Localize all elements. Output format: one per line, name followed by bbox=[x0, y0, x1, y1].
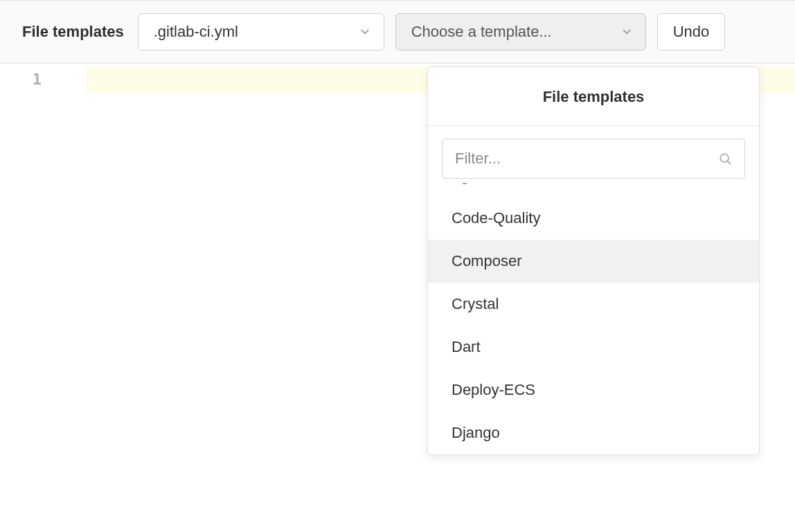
template-item[interactable]: Django bbox=[428, 411, 759, 454]
template-item[interactable]: Dart bbox=[428, 326, 759, 369]
search-icon bbox=[718, 152, 732, 166]
template-item[interactable]: Deploy-ECS bbox=[428, 369, 759, 411]
file-templates-label: File templates bbox=[22, 23, 124, 41]
template-dropdown-value: Choose a template... bbox=[411, 23, 552, 41]
undo-button-label: Undo bbox=[673, 23, 710, 41]
chevron-down-icon bbox=[620, 26, 633, 38]
file-templates-toolbar: File templates .gitlab-ci.yml Choose a t… bbox=[0, 0, 795, 64]
filter-wrap bbox=[428, 126, 759, 186]
template-item[interactable]: Crystal bbox=[428, 283, 759, 326]
filter-input-wrap[interactable] bbox=[442, 139, 745, 179]
template-dropdown-panel: File templates Code-QualityComposerCryst… bbox=[427, 66, 760, 455]
template-list: Code-QualityComposerCrystalDartDeploy-EC… bbox=[428, 186, 759, 454]
template-dropdown[interactable]: Choose a template... bbox=[395, 13, 646, 51]
dropdown-panel-title: File templates bbox=[428, 67, 759, 126]
filetype-dropdown[interactable]: .gitlab-ci.yml bbox=[138, 13, 384, 51]
partial-item-top bbox=[428, 187, 759, 197]
svg-line-1 bbox=[728, 161, 731, 164]
undo-button[interactable]: Undo bbox=[657, 13, 726, 51]
template-item[interactable]: Composer bbox=[428, 240, 759, 283]
editor-gutter: 1 bbox=[0, 64, 72, 532]
filter-input[interactable] bbox=[455, 150, 718, 168]
filetype-dropdown-value: .gitlab-ci.yml bbox=[154, 23, 238, 41]
chevron-down-icon bbox=[359, 26, 371, 38]
template-item[interactable]: Code-Quality bbox=[428, 197, 759, 240]
line-number: 1 bbox=[0, 71, 42, 88]
